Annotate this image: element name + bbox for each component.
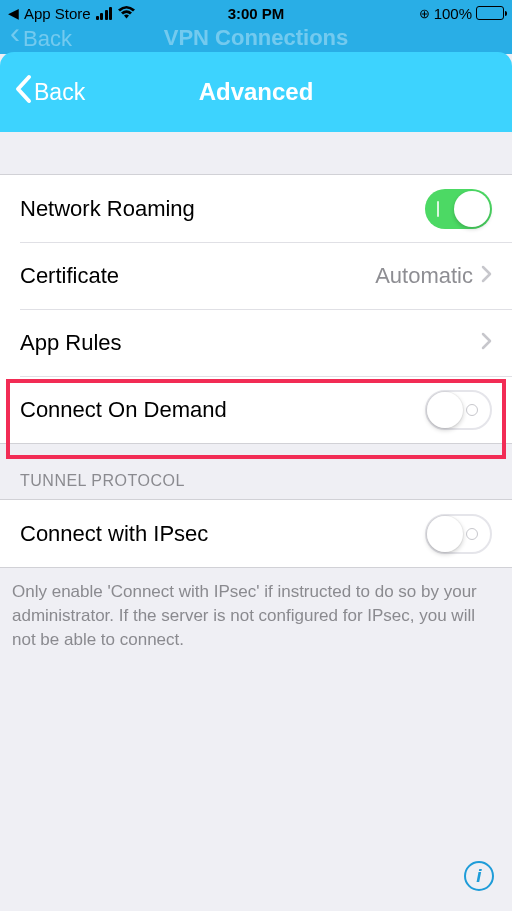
row-label: App Rules bbox=[20, 330, 122, 356]
row-label: Certificate bbox=[20, 263, 119, 289]
row-connect-on-demand[interactable]: Connect On Demand bbox=[0, 376, 512, 443]
wifi-icon bbox=[117, 5, 136, 22]
toggle-connect-ipsec[interactable] bbox=[425, 514, 492, 554]
chevron-left-icon: ‹ bbox=[10, 23, 20, 43]
certificate-value: Automatic bbox=[375, 263, 473, 289]
row-label: Network Roaming bbox=[20, 196, 195, 222]
row-network-roaming[interactable]: Network Roaming bbox=[0, 175, 512, 242]
back-label: Back bbox=[34, 79, 85, 106]
settings-group-main: Network Roaming Certificate Automatic Ap… bbox=[0, 174, 512, 444]
status-left: ◀ App Store bbox=[8, 5, 136, 22]
status-app-return[interactable]: App Store bbox=[24, 5, 91, 22]
row-app-rules[interactable]: App Rules bbox=[0, 309, 512, 376]
toggle-connect-on-demand[interactable] bbox=[425, 390, 492, 430]
chevron-right-icon bbox=[481, 263, 492, 289]
background-title: VPN Connections bbox=[164, 25, 349, 51]
section-header-tunnel: TUNNEL PROTOCOL bbox=[0, 444, 512, 499]
page-title: Advanced bbox=[199, 78, 314, 106]
chevron-left-icon bbox=[14, 74, 32, 110]
row-label: Connect On Demand bbox=[20, 397, 227, 423]
battery-icon bbox=[476, 6, 504, 20]
info-button[interactable]: i bbox=[464, 861, 494, 891]
chevron-right-icon bbox=[481, 330, 492, 356]
cellular-signal-icon bbox=[96, 7, 113, 20]
row-connect-ipsec[interactable]: Connect with IPsec bbox=[0, 500, 512, 567]
status-time: 3:00 PM bbox=[228, 5, 285, 22]
status-bar: ◀ App Store 3:00 PM ⊕ 100% bbox=[0, 0, 512, 26]
status-right: ⊕ 100% bbox=[419, 5, 504, 22]
row-label: Connect with IPsec bbox=[20, 521, 208, 547]
nav-header: Back Advanced bbox=[0, 52, 512, 132]
background-back-label: Back bbox=[23, 26, 72, 52]
orientation-lock-icon: ⊕ bbox=[419, 6, 430, 21]
back-button[interactable]: Back bbox=[14, 74, 85, 110]
info-icon: i bbox=[476, 865, 481, 887]
settings-group-tunnel: Connect with IPsec bbox=[0, 499, 512, 568]
toggle-network-roaming[interactable] bbox=[425, 189, 492, 229]
footer-note-ipsec: Only enable 'Connect with IPsec' if inst… bbox=[0, 568, 512, 660]
background-nav: ‹ Back VPN Connections bbox=[0, 26, 512, 54]
battery-percent: 100% bbox=[434, 5, 472, 22]
row-certificate[interactable]: Certificate Automatic bbox=[0, 242, 512, 309]
